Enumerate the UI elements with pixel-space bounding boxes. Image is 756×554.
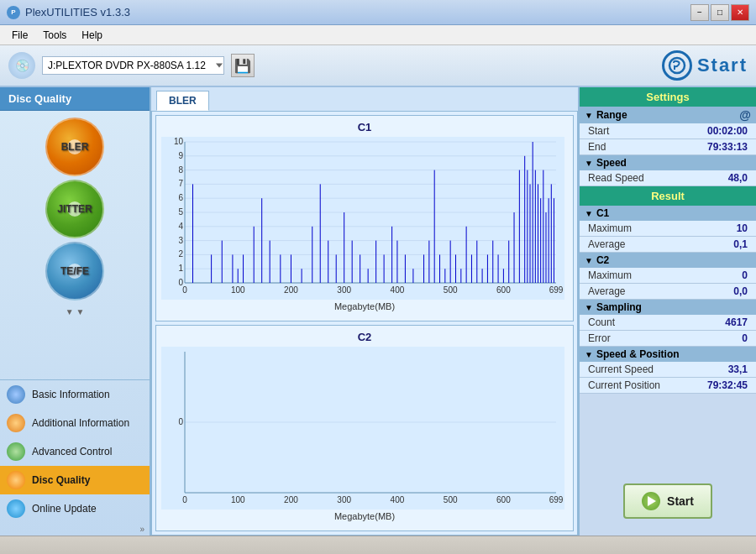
c1-result-toggle[interactable]: ▼ (585, 209, 593, 218)
start-play-icon (642, 492, 660, 510)
range-label: Range (596, 109, 627, 121)
c1-avg-label: Average (588, 238, 625, 250)
c1-chart: C1 Megabyte(MB) (155, 115, 574, 321)
current-speed-row: Current Speed 33,1 (580, 362, 756, 378)
c2-canvas (161, 347, 564, 510)
settings-header: Settings (580, 87, 756, 107)
menu-bar: File Tools Help (0, 25, 756, 45)
save-button[interactable]: 💾 (231, 54, 255, 77)
start-button[interactable]: Start (623, 483, 712, 519)
nav-label-additional: Additional Information (32, 417, 129, 429)
jitter-disc[interactable]: JITTER (45, 180, 104, 238)
window-controls: − □ ✕ (690, 4, 749, 21)
c1-result-section: ▼ C1 (580, 206, 756, 221)
c1-avg-row: Average 0,1 (580, 237, 756, 253)
c1-max-value: 10 (737, 222, 748, 234)
c2-avg-value: 0,0 (733, 285, 748, 297)
speed-toggle[interactable]: ▼ (585, 159, 593, 168)
current-position-label: Current Position (588, 379, 660, 391)
maximize-button[interactable]: □ (711, 4, 729, 21)
sidebar-item-disc[interactable]: Disc Quality (0, 466, 150, 494)
c2-avg-label: Average (588, 285, 625, 297)
plextor-circle-icon (662, 50, 692, 81)
c1-max-row: Maximum 10 (580, 221, 756, 237)
scroll-down-icon[interactable]: ▼ ▼ (7, 304, 143, 320)
menu-file[interactable]: File (5, 28, 34, 43)
current-position-value: 79:32:45 (707, 379, 748, 391)
read-speed-value: 48,0 (728, 172, 748, 184)
nav-label-online: Online Update (32, 503, 97, 515)
additional-info-icon (7, 414, 25, 432)
disc-quality-icon (7, 471, 25, 489)
range-start-label: Start (588, 125, 609, 137)
center-panel: BLER C1 Megabyte(MB) C2 Megabyte(MB) (151, 87, 580, 536)
speed-pos-toggle[interactable]: ▼ (585, 350, 593, 359)
online-update-icon (7, 499, 25, 518)
result-header: Result (580, 186, 756, 206)
sampling-error-value: 0 (742, 332, 748, 344)
plextor-brand-text: Start (697, 55, 748, 76)
menu-tools[interactable]: Tools (36, 28, 73, 43)
sidebar-item-advanced[interactable]: Advanced Control (0, 437, 150, 466)
title-bar: P PlexUTILITIES v1.3.3 − □ ✕ (0, 0, 756, 25)
play-triangle (648, 496, 656, 506)
c1-avg-value: 0,1 (733, 238, 748, 250)
read-speed-row: Read Speed 48,0 (580, 170, 756, 186)
range-end-value: 79:33:13 (707, 141, 748, 153)
app-icon: P (7, 6, 20, 19)
c2-result-toggle[interactable]: ▼ (585, 256, 593, 265)
toolbar: 💿 J:PLEXTOR DVDR PX-880SA 1.12 💾 Start (0, 45, 756, 87)
c2-max-row: Maximum 0 (580, 268, 756, 284)
window-title: PlexUTILITIES v1.3.3 (25, 6, 130, 18)
charts-area: C1 Megabyte(MB) C2 Megabyte(MB) (151, 111, 578, 536)
sidebar-item-basic[interactable]: Basic Information (0, 380, 150, 409)
read-speed-label: Read Speed (588, 172, 644, 184)
c2-avg-row: Average 0,0 (580, 284, 756, 300)
current-speed-value: 33,1 (728, 363, 748, 375)
tefe-disc[interactable]: TE/FE (45, 242, 104, 301)
current-speed-label: Current Speed (588, 363, 654, 375)
c2-chart: C2 Megabyte(MB) (155, 325, 574, 531)
sampling-section: ▼ Sampling (580, 300, 756, 315)
sidebar: Disc Quality BLER JITTER TE/FE ▼ ▼ (0, 87, 151, 536)
tab-bar: BLER (151, 87, 578, 111)
range-start-value: 00:02:00 (707, 125, 748, 137)
speed-position-section: ▼ Speed & Position (580, 347, 756, 362)
sampling-count-label: Count (588, 316, 615, 328)
sidebar-item-online[interactable]: Online Update (0, 494, 150, 523)
menu-help[interactable]: Help (75, 28, 109, 43)
sampling-error-row: Error 0 (580, 331, 756, 347)
disc-icons-area: BLER JITTER TE/FE ▼ ▼ (0, 111, 150, 379)
close-button[interactable]: ✕ (731, 4, 749, 21)
range-settings-icon[interactable]: @ (739, 108, 751, 122)
tab-bler[interactable]: BLER (156, 91, 209, 111)
range-section: ▼ Range @ (580, 107, 756, 123)
range-toggle[interactable]: ▼ (585, 111, 593, 120)
drive-select[interactable]: J:PLEXTOR DVDR PX-880SA 1.12 (42, 56, 224, 75)
disc-icon-tefe[interactable]: TE/FE (7, 242, 143, 301)
minimize-button[interactable]: − (690, 4, 709, 21)
disc-icon-jitter[interactable]: JITTER (7, 180, 143, 238)
speed-section: ▼ Speed (580, 155, 756, 170)
sidebar-header: Disc Quality (0, 87, 150, 111)
c1-x-label: Megabyte(MB) (161, 301, 568, 311)
c2-result-label: C2 (596, 254, 609, 266)
c1-title: C1 (161, 121, 568, 133)
range-end-label: End (588, 141, 606, 153)
c2-x-label: Megabyte(MB) (161, 511, 568, 521)
nav-label-advanced: Advanced Control (32, 446, 112, 457)
c2-result-section: ▼ C2 (580, 253, 756, 268)
c1-result-label: C1 (596, 207, 609, 219)
bler-disc[interactable]: BLER (45, 118, 104, 176)
plextor-logo: Start (662, 50, 748, 81)
advanced-control-icon (7, 442, 25, 461)
c2-max-label: Maximum (588, 269, 632, 281)
disc-icon-bler[interactable]: BLER (7, 118, 143, 176)
sidebar-item-additional[interactable]: Additional Information (0, 409, 150, 437)
tefe-label: TE/FE (60, 265, 89, 277)
sampling-label: Sampling (596, 301, 642, 313)
sampling-toggle[interactable]: ▼ (585, 303, 593, 312)
sampling-count-value: 4617 (725, 316, 748, 328)
nav-label-disc: Disc Quality (32, 474, 90, 486)
nav-scroll-arrows[interactable]: » (0, 523, 150, 536)
